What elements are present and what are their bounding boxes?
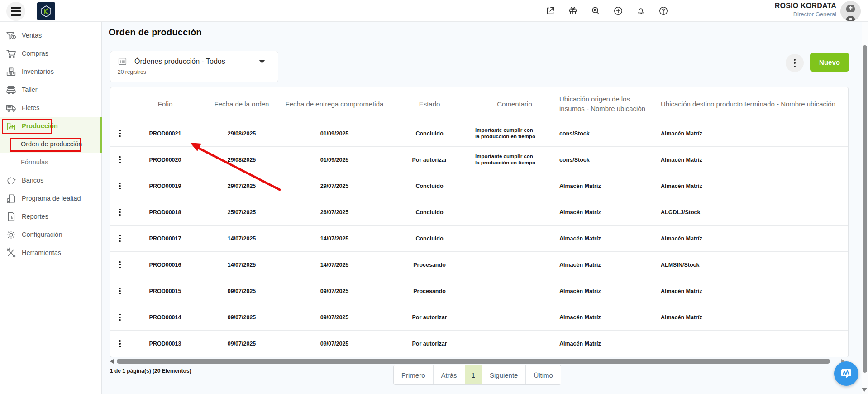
pagination-first-button[interactable]: Primero [394, 365, 433, 384]
car-icon [5, 84, 17, 96]
horizontal-scrollbar[interactable] [110, 358, 849, 365]
column-header[interactable]: Fecha de entrega comprometida [282, 99, 386, 109]
list-view-icon [118, 57, 127, 66]
more-options-button[interactable] [786, 54, 804, 72]
tools-icon [5, 247, 17, 259]
row-actions-kebab-icon[interactable] [113, 209, 127, 216]
user-name: ROSIO KORDATA [775, 2, 836, 10]
table-row[interactable]: PROD00016 14/07/2025 14/07/2025 Procesan… [110, 252, 848, 278]
pagination-last-button[interactable]: Último [525, 365, 561, 384]
cell-ubicacion-origen: Almacén Matríz [557, 235, 658, 242]
row-actions-kebab-icon[interactable] [113, 183, 127, 189]
sidebar-subitem-formulas[interactable]: Fórmulas [0, 153, 101, 171]
sidebar-item-label: Inventarios [22, 68, 54, 75]
cell-estado: Concluido [386, 209, 472, 216]
cell-folio: PROD00015 [129, 288, 201, 294]
pagination-next-button[interactable]: Siguiente [482, 365, 526, 384]
cell-fecha-orden: 25/07/2025 [201, 209, 282, 216]
table-row[interactable]: PROD00021 29/08/2025 01/09/2025 Concluid… [110, 120, 848, 147]
table-row[interactable]: PROD00020 29/08/2025 01/09/2025 Por auto… [110, 147, 848, 173]
table-row[interactable]: PROD00017 14/07/2025 14/07/2025 Concluid… [110, 226, 848, 252]
user-info[interactable]: ROSIO KORDATA Director General [775, 2, 836, 18]
row-actions-kebab-icon[interactable] [113, 314, 127, 321]
view-selector-label: Órdenes producción - Todos [134, 58, 225, 66]
cell-fecha-orden: 09/07/2025 [201, 341, 282, 347]
app-window: ROSIO KORDATA Director General Ventas Co… [0, 0, 868, 394]
table-row[interactable]: PROD00018 25/07/2025 26/07/2025 Concluid… [110, 199, 848, 226]
notifications-icon[interactable] [635, 5, 646, 16]
cell-folio: PROD00021 [129, 130, 201, 137]
vertical-scrollbar-thumb[interactable] [863, 45, 867, 373]
table-row[interactable]: PROD00015 09/07/2025 09/07/2025 Procesan… [110, 278, 848, 304]
column-header[interactable]: Comentario [472, 99, 557, 109]
cell-fecha-orden: 09/07/2025 [201, 288, 282, 294]
orders-table: Folio Fecha de la orden Fecha de entrega… [110, 87, 849, 357]
cell-folio: PROD00013 [129, 341, 201, 347]
user-role: Director General [775, 11, 836, 18]
sidebar-item-bancos[interactable]: Bancos [0, 171, 101, 189]
cell-fecha-entrega: 26/07/2025 [282, 209, 386, 216]
cell-folio: PROD00017 [129, 235, 201, 242]
sidebar-item-ventas[interactable]: Ventas [0, 26, 101, 44]
sidebar-subitem-orden-de-produccion[interactable]: Orden de producción [0, 135, 101, 153]
add-icon[interactable] [613, 5, 624, 16]
column-header[interactable]: Estado [386, 99, 472, 109]
sidebar: Ventas Compras Inventarios Taller Fletes… [0, 22, 102, 394]
row-actions-kebab-icon[interactable] [113, 130, 127, 137]
row-actions-kebab-icon[interactable] [113, 156, 127, 163]
cell-ubicacion-origen: Almacén Matríz [557, 183, 658, 189]
app-logo[interactable] [37, 2, 55, 20]
sidebar-item-programa-de-lealtad[interactable]: Programa de lealtad [0, 189, 101, 207]
table-row[interactable]: PROD00019 29/07/2025 29/07/2025 Concluid… [110, 173, 848, 199]
external-link-icon[interactable] [545, 5, 556, 16]
row-actions-kebab-icon[interactable] [113, 288, 127, 294]
cell-ubicacion-destino: Almacén Matríz [658, 183, 848, 189]
sidebar-item-herramientas[interactable]: Herramientas [0, 244, 101, 262]
table-row[interactable]: PROD00013 09/07/2025 09/07/2025 Por auto… [110, 331, 848, 357]
sidebar-item-label: Ventas [22, 32, 42, 39]
gift-icon[interactable] [568, 5, 578, 16]
cell-ubicacion-destino: ALGDLJ/Stock [658, 209, 848, 216]
column-header[interactable]: Ubicación destino producto terminado - N… [658, 99, 848, 109]
sidebar-item-label: Reportes [22, 213, 48, 220]
table-body: PROD00021 29/08/2025 01/09/2025 Concluid… [110, 120, 848, 357]
sidebar-item-label: Bancos [22, 177, 43, 184]
row-actions-kebab-icon[interactable] [113, 261, 127, 268]
table-row[interactable]: PROD00014 09/07/2025 09/07/2025 Por auto… [110, 304, 848, 331]
chat-widget-button[interactable] [834, 361, 858, 386]
avatar[interactable] [840, 1, 861, 21]
sidebar-item-reportes[interactable]: Reportes [0, 207, 101, 226]
pagination-prev-button[interactable]: Atrás [433, 365, 465, 384]
sidebar-item-configuracion[interactable]: Configuración [0, 226, 101, 244]
sidebar-item-inventarios[interactable]: Inventarios [0, 62, 101, 81]
help-icon[interactable] [658, 5, 669, 16]
pagination-current-page[interactable]: 1 [465, 365, 482, 384]
sidebar-subitem-label: Orden de producción [21, 140, 82, 148]
cell-folio: PROD00020 [129, 157, 201, 163]
new-button[interactable]: Nuevo [810, 53, 849, 72]
cell-fecha-entrega: 01/09/2025 [282, 157, 386, 163]
hamburger-menu-button[interactable] [6, 2, 25, 21]
search-icon[interactable] [590, 5, 601, 16]
cell-ubicacion-origen: Almacén Matríz [557, 288, 658, 294]
row-actions-kebab-icon[interactable] [113, 340, 127, 347]
gear-icon [5, 229, 17, 240]
scroll-down-arrow-icon[interactable] [862, 388, 867, 392]
view-selector[interactable]: Órdenes producción - Todos 20 registros [110, 51, 278, 82]
sidebar-item-compras[interactable]: Compras [0, 44, 101, 62]
column-header[interactable]: Ubicación origen de los insumos - Nombre… [557, 94, 658, 113]
sidebar-item-fletes[interactable]: Fletes [0, 99, 101, 117]
column-header[interactable]: Folio [129, 99, 201, 109]
row-actions-kebab-icon[interactable] [113, 235, 127, 242]
horizontal-scrollbar-thumb[interactable] [117, 359, 830, 364]
column-header[interactable]: Fecha de la orden [201, 99, 282, 109]
pagination-summary: 1 de 1 página(s) (20 Elementos) [110, 368, 191, 374]
vertical-scrollbar[interactable] [862, 22, 868, 394]
cell-ubicacion-destino: Almacén Matríz [658, 288, 848, 294]
scroll-left-arrow-icon[interactable] [110, 359, 114, 364]
sidebar-item-produccion[interactable]: Producción [0, 117, 101, 135]
cell-fecha-entrega: 09/07/2025 [282, 288, 386, 294]
sidebar-item-label: Producción [22, 122, 58, 130]
cell-estado: Procesando [386, 288, 472, 294]
sidebar-item-taller[interactable]: Taller [0, 81, 101, 99]
